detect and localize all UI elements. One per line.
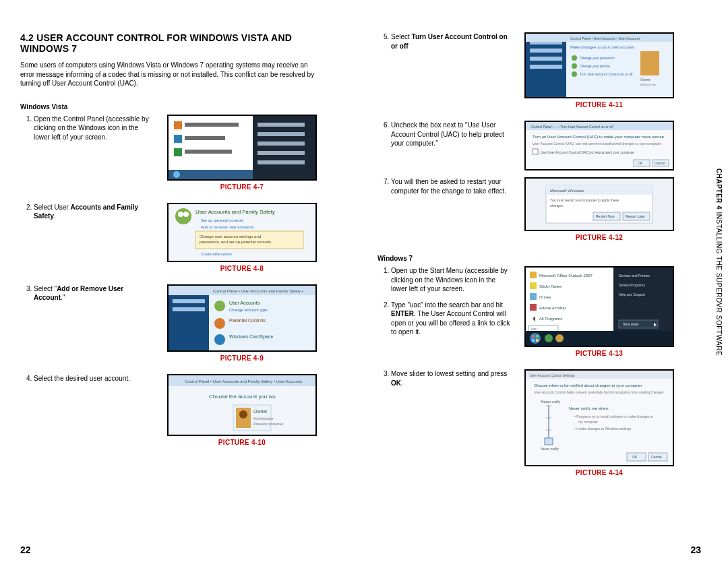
svg-text:User Account Control (UAC) can: User Account Control (UAC) can help prev…: [533, 142, 662, 146]
page-number-right: 23: [690, 544, 701, 555]
caption-4-7: PICTURE 4-7: [163, 183, 321, 191]
section-title: 4.2 USER ACCOUNT CONTROL FOR WINDOWS VIS…: [20, 32, 321, 54]
svg-text:Choose when to be notified abo: Choose when to be notified about changes…: [534, 383, 642, 387]
svg-text:Use User Account Control (UAC): Use User Account Control (UAC) to help p…: [541, 150, 635, 154]
svg-text:uac: uac: [531, 327, 537, 331]
svg-text:Change your password: Change your password: [580, 56, 615, 60]
svg-text:OK: OK: [632, 455, 638, 459]
svg-rect-84: [530, 272, 537, 278]
svg-text:Password protected: Password protected: [253, 422, 283, 426]
svg-text:Windows CardSpace: Windows CardSpace: [229, 334, 273, 340]
svg-text:Cancel: Cancel: [651, 455, 662, 459]
svg-text:Control Panel • User Accounts : Control Panel • User Accounts • User Acc…: [570, 36, 640, 40]
win7-step1: Open up the Start Menu (accessible by cl…: [391, 266, 512, 294]
svg-rect-2: [174, 121, 182, 129]
picture-4-10: Control Panel • User Accounts and Family…: [167, 374, 317, 436]
svg-point-17: [183, 212, 189, 217]
svg-text:Adobe Acrobat: Adobe Acrobat: [539, 306, 566, 310]
picture-4-14: User Account Control Settings Choose whe…: [524, 369, 674, 466]
svg-text:Owner: Owner: [253, 409, 268, 414]
svg-point-105: [530, 333, 541, 344]
svg-point-57: [572, 63, 577, 69]
svg-text:• I make changes to Windows se: • I make changes to Windows settings: [574, 427, 632, 431]
caption-4-13: PICTURE 4-13: [520, 350, 678, 357]
svg-text:Change your picture: Change your picture: [580, 64, 610, 68]
picture-4-8: User Accounts and Family Safety Set up p…: [167, 203, 317, 262]
svg-text:User Accounts: User Accounts: [229, 301, 260, 305]
svg-text:Help and Support: Help and Support: [619, 292, 646, 296]
svg-text:Control Panel • ... • Turn Use: Control Panel • ... • Turn User Account …: [531, 125, 613, 129]
vista-heading: Windows Vista: [20, 103, 321, 111]
svg-rect-51: [530, 65, 562, 69]
picture-4-12b: Microsoft Windows You must restart your …: [524, 177, 674, 231]
svg-rect-88: [530, 293, 537, 300]
vista-step5-row: Select Turn User Account Control on or o…: [377, 32, 678, 117]
svg-text:Default Programs: Default Programs: [619, 283, 645, 287]
svg-point-31: [214, 301, 225, 311]
svg-text:Administrator: Administrator: [640, 83, 657, 86]
picture-4-11: Control Panel • User Accounts • User Acc…: [524, 32, 674, 98]
picture-4-13: Microsoft Office Outlook 2007 Sticky Not…: [524, 266, 674, 347]
svg-rect-122: [545, 438, 553, 445]
page-right: Select Turn User Account Control on or o…: [364, 20, 692, 539]
svg-point-55: [572, 55, 577, 61]
svg-text:Owner: Owner: [640, 77, 650, 82]
vista-step1-row: Open the Control Panel (accessible by cl…: [20, 115, 321, 199]
svg-text:User Account Control Settings: User Account Control Settings: [530, 373, 575, 377]
svg-rect-8: [169, 170, 253, 179]
svg-point-111: [555, 334, 564, 342]
svg-text:Change user account settings a: Change user account settings and: [200, 235, 261, 239]
picture-4-12a: Control Panel • ... • Turn User Account …: [524, 121, 674, 170]
svg-text:Set up parental controls: Set up parental controls: [201, 218, 243, 222]
svg-text:All Programs: All Programs: [539, 317, 562, 321]
picture-4-9: Control Panel • User Accounts and Family…: [167, 284, 317, 352]
win7-step1-row: Open up the Start Menu (accessible by cl…: [377, 266, 678, 365]
svg-text:OK: OK: [638, 161, 643, 165]
svg-rect-90: [530, 304, 537, 311]
svg-text:User Account Control helps pre: User Account Control helps prevent poten…: [534, 390, 665, 394]
win7-step3-row: Move slider to lowest setting and press …: [377, 369, 678, 485]
svg-text:Devices and Printers: Devices and Printers: [619, 274, 650, 278]
svg-rect-3: [185, 123, 239, 127]
svg-rect-5: [185, 136, 225, 140]
svg-point-15: [175, 208, 191, 224]
win7-step3: Move slider to lowest setting and press …: [391, 369, 512, 387]
svg-text:Microsoft Windows: Microsoft Windows: [550, 189, 584, 193]
vista-step2: Select User Accounts and Family Safety.: [34, 203, 155, 221]
svg-rect-10: [257, 123, 305, 127]
vista-step5: Select Turn User Account Control on or o…: [391, 32, 512, 51]
caption-4-14: PICTURE 4-14: [520, 469, 678, 476]
vista-step3-row: Select "Add or Remove User Account." Con…: [20, 284, 321, 370]
svg-rect-109: [536, 339, 539, 342]
caption-4-11: PICTURE 4-11: [520, 101, 678, 108]
vista-step4: Select the desired user account.: [34, 374, 155, 383]
svg-text:Parental Controls: Parental Controls: [229, 318, 266, 323]
picture-4-7: [167, 115, 317, 181]
svg-text:Make changes to your user acco: Make changes to your user account: [570, 45, 634, 49]
win7-heading: Windows 7: [377, 255, 678, 262]
svg-text:Change account type: Change account type: [229, 308, 268, 312]
svg-text:my computer: my computer: [578, 420, 598, 424]
svg-text:You must restart your computer: You must restart your computer to apply …: [550, 198, 619, 202]
svg-rect-13: [257, 151, 305, 155]
svg-rect-12: [257, 142, 305, 146]
svg-text:Customize colors: Customize colors: [201, 252, 232, 256]
svg-text:• Programs try to install soft: • Programs try to install software or ma…: [574, 414, 653, 418]
svg-text:iTunes: iTunes: [539, 295, 551, 299]
svg-rect-28: [173, 307, 205, 311]
svg-point-59: [572, 71, 577, 77]
svg-text:Turn User Account Control on o: Turn User Account Control on or off: [580, 72, 633, 76]
page-number-left: 22: [20, 544, 31, 555]
svg-text:Cancel: Cancel: [655, 161, 665, 165]
vista-step3: Select "Add or Remove User Account.": [34, 284, 155, 303]
svg-point-36: [214, 334, 225, 345]
svg-rect-68: [533, 149, 538, 154]
caption-4-8: PICTURE 4-8: [163, 265, 321, 272]
page-left: 4.2 USER ACCOUNT CONTROL FOR WINDOWS VIS…: [7, 20, 334, 539]
vista-step7: You will then be asked to restart your c…: [391, 177, 512, 195]
svg-text:Control Panel • User Accounts : Control Panel • User Accounts and Family…: [213, 289, 303, 293]
caption-4-9: PICTURE 4-9: [163, 354, 321, 362]
svg-text:Restart Later: Restart Later: [626, 214, 645, 218]
svg-point-34: [214, 318, 225, 329]
svg-point-110: [545, 334, 553, 342]
